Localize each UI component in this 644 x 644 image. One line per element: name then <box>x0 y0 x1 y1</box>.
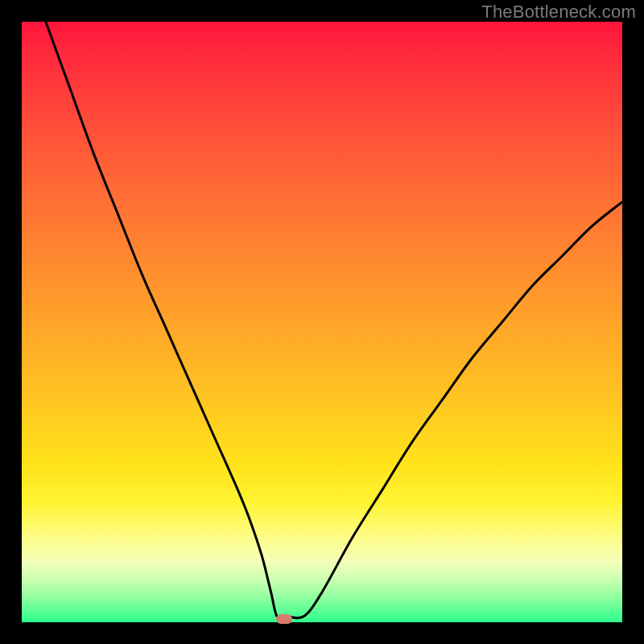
chart-frame: TheBottleneck.com <box>0 0 644 644</box>
watermark-text: TheBottleneck.com <box>481 2 636 23</box>
optimal-point-marker <box>276 614 292 624</box>
plot-gradient-background <box>22 22 622 622</box>
